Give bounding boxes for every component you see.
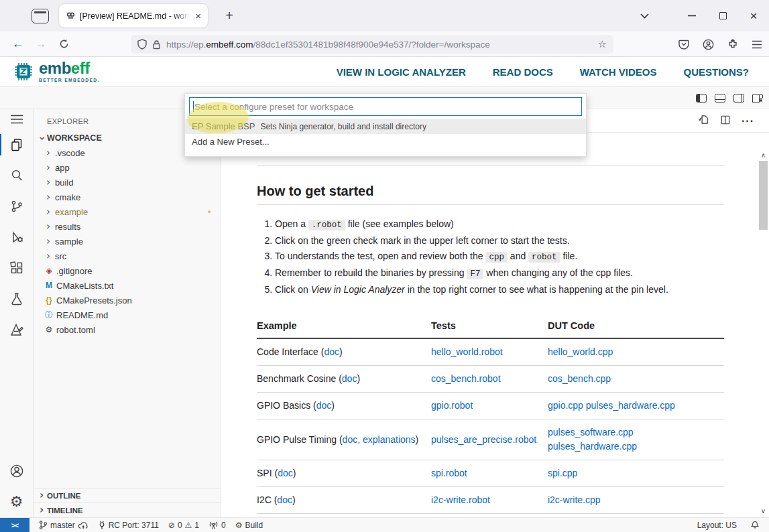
- nav-link[interactable]: VIEW IN LOGIC ANALYZER: [337, 66, 466, 78]
- tab-close-icon[interactable]: ×: [194, 9, 202, 22]
- maximize-button[interactable]: [707, 10, 738, 22]
- quickinput-item[interactable]: EP Sample BSPSets Ninja generator, build…: [185, 119, 586, 134]
- explorer-item-.gitignore[interactable]: ◈.gitignore: [34, 263, 221, 278]
- list-tabs-chevron-icon[interactable]: [639, 13, 650, 19]
- explorer-item-README.md[interactable]: ⓘREADME.md: [34, 308, 221, 322]
- doc-link[interactable]: spi.cpp: [548, 468, 577, 478]
- preview-scrollbar[interactable]: ∧ ∨: [758, 133, 769, 517]
- account-menu-icon[interactable]: [0, 456, 33, 486]
- doc-link[interactable]: doc: [278, 468, 293, 478]
- text-run: ): [339, 346, 343, 357]
- split-editor-icon[interactable]: [720, 115, 731, 128]
- item-label: cmake: [55, 192, 80, 202]
- close-window-button[interactable]: ×: [738, 9, 769, 23]
- toggle-secondary-sidebar-icon[interactable]: [733, 94, 744, 103]
- robot-framework-view-icon[interactable]: [0, 314, 33, 345]
- testing-view-icon[interactable]: [0, 283, 33, 314]
- browser-tab[interactable]: [Preview] README.md - worksp ×: [59, 4, 208, 27]
- back-button[interactable]: ←: [7, 38, 29, 51]
- doc-link[interactable]: hello_world.robot: [431, 346, 503, 357]
- doc-link[interactable]: cos_bench.cpp: [548, 373, 611, 384]
- doc-link[interactable]: pulses_hardware.cpp: [586, 400, 675, 411]
- scroll-up-icon[interactable]: ∧: [758, 151, 769, 159]
- extensions-puzzle-icon[interactable]: [727, 39, 738, 50]
- doc-link[interactable]: cos_bench.robot: [431, 373, 501, 384]
- bookmark-star-icon[interactable]: ☆: [598, 38, 607, 50]
- doc-link[interactable]: i2c-write.robot: [431, 494, 490, 505]
- table-row: GPIO Basics (doc)gpio.robotgpio.cpp puls…: [257, 393, 724, 419]
- scroll-down-icon[interactable]: ∨: [758, 507, 769, 515]
- radio-tower-icon: [209, 521, 219, 530]
- reload-button[interactable]: [52, 39, 75, 49]
- customize-layout-icon[interactable]: [752, 93, 764, 103]
- doc-link[interactable]: gpio.cpp: [548, 400, 583, 411]
- quick-input-field[interactable]: [194, 102, 581, 112]
- build-status-item[interactable]: ⚙ Build: [231, 518, 268, 532]
- doc-link[interactable]: doc, explanations: [343, 434, 416, 445]
- settings-gear-icon[interactable]: ⚙: [0, 486, 33, 517]
- shield-icon[interactable]: [137, 39, 147, 50]
- explorer-item-results[interactable]: ›results: [34, 219, 221, 234]
- sidebar-section-outline[interactable]: ›OUTLINE: [34, 488, 221, 503]
- toggle-panel-icon[interactable]: [715, 94, 725, 103]
- lock-icon[interactable]: [152, 40, 161, 50]
- new-tab-button[interactable]: +: [220, 7, 239, 25]
- explorer-item-app[interactable]: ›app: [34, 160, 221, 175]
- explorer-item-CMakeLists.txt[interactable]: MCMakeLists.txt: [34, 278, 221, 293]
- text-run: To understands the test, open and review…: [275, 251, 485, 261]
- scrollbar-thumb[interactable]: [759, 161, 768, 230]
- firefox-view-icon[interactable]: [32, 9, 49, 23]
- layout-status-item[interactable]: Layout: US: [691, 521, 744, 530]
- quick-input-box[interactable]: [189, 97, 582, 116]
- doc-link[interactable]: pulses_are_precise.robot: [431, 434, 536, 445]
- text-run: Benchmark Cosine (: [257, 373, 342, 384]
- more-actions-icon[interactable]: ···: [742, 115, 754, 127]
- run-debug-view-icon[interactable]: [0, 222, 33, 253]
- nav-link[interactable]: QUESTIONS?: [683, 66, 749, 78]
- doc-link[interactable]: pulses_software.cpp: [548, 427, 634, 438]
- explorer-item-src[interactable]: ›src: [34, 249, 221, 263]
- notifications-status-item[interactable]: [744, 520, 769, 530]
- minimize-button[interactable]: [676, 15, 707, 17]
- nav-link[interactable]: WATCH VIDEOS: [580, 66, 657, 78]
- rc-port-status-item[interactable]: RC Port: 3711: [93, 518, 164, 532]
- explorer-item-cmake[interactable]: ›cmake: [34, 190, 221, 204]
- extensions-view-icon[interactable]: [0, 253, 33, 283]
- browser-tab-strip: [Preview] README.md - worksp × + ×: [0, 0, 769, 31]
- doc-link[interactable]: doc: [316, 400, 332, 411]
- menu-hamburger-icon[interactable]: [752, 40, 762, 49]
- doc-link[interactable]: spi.robot: [431, 468, 467, 478]
- doc-link[interactable]: gpio.robot: [431, 400, 473, 411]
- doc-link[interactable]: i2c-write.cpp: [548, 494, 601, 505]
- explorer-item-CMakePresets.json[interactable]: {}CMakePresets.json: [34, 293, 221, 308]
- problems-status-item[interactable]: ⊘ 0 ⚠ 1: [164, 518, 204, 532]
- text-run: and: [508, 251, 528, 261]
- ports-status-item[interactable]: 0: [204, 518, 231, 532]
- search-view-icon[interactable]: [0, 160, 33, 191]
- doc-link[interactable]: pulses_hardware.cpp: [548, 441, 637, 452]
- explorer-item-sample[interactable]: ›sample: [34, 234, 221, 249]
- application-menu-icon[interactable]: [0, 109, 33, 129]
- branch-status-item[interactable]: master: [34, 518, 93, 532]
- doc-link[interactable]: doc: [342, 373, 357, 384]
- explorer-view-icon[interactable]: [0, 129, 33, 160]
- open-preview-icon[interactable]: [698, 114, 709, 128]
- url-bar[interactable]: https://ep.embeff.com/88dc1ef35301481b98…: [131, 35, 613, 54]
- pocket-icon[interactable]: [678, 39, 689, 50]
- quickinput-item[interactable]: Add a New Preset...: [185, 134, 586, 149]
- source-control-view-icon[interactable]: [0, 191, 33, 222]
- toggle-primary-sidebar-icon[interactable]: [696, 94, 707, 103]
- explorer-item-example[interactable]: ›example●: [34, 204, 221, 219]
- errors-count: 0: [178, 521, 182, 530]
- explorer-item-build[interactable]: ›build: [34, 175, 221, 190]
- account-icon[interactable]: [703, 39, 714, 50]
- doc-link[interactable]: doc: [277, 494, 292, 505]
- remote-indicator[interactable]: ><: [0, 518, 29, 532]
- explorer-item-robot.toml[interactable]: ⚙robot.toml: [34, 322, 221, 337]
- doc-link[interactable]: hello_world.cpp: [548, 346, 613, 357]
- text-run: ): [293, 468, 296, 478]
- nav-link[interactable]: READ DOCS: [493, 66, 553, 78]
- doc-link[interactable]: doc: [324, 346, 339, 357]
- sidebar-section-timeline[interactable]: ›TIMELINE: [34, 503, 221, 517]
- browser-window: [Preview] README.md - worksp × + × ← → h…: [0, 0, 769, 532]
